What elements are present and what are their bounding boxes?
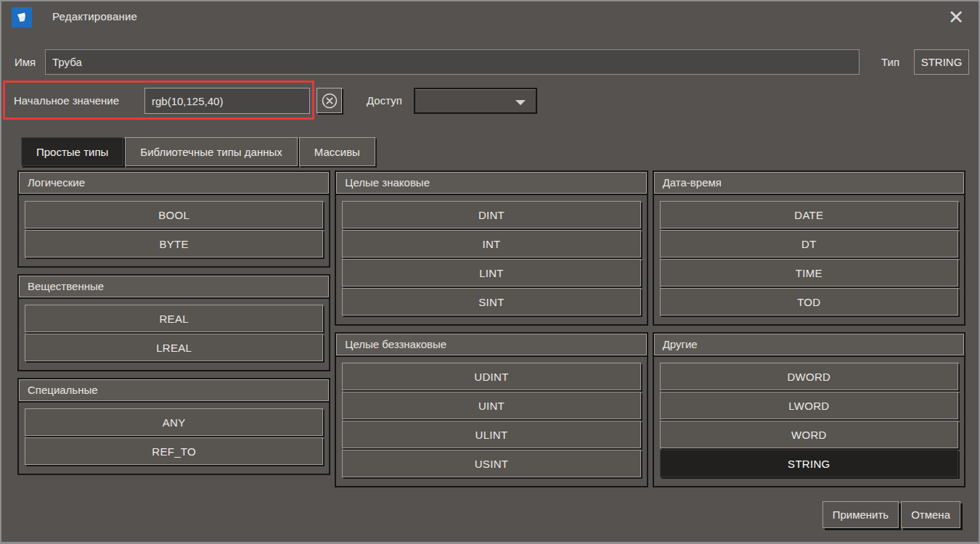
initial-value-label: Начальное значение (14, 88, 119, 114)
group-unsigned-int: Целые беззнаковыеUDINTUINTULINTUSINT (335, 332, 648, 487)
type-button-word[interactable]: WORD (660, 421, 958, 448)
type-button-tod[interactable]: TOD (660, 288, 958, 316)
group-body-real: REALLREAL (19, 297, 329, 370)
type-button-dint[interactable]: DINT (342, 201, 640, 228)
group-datetime: Дата-времяDATEDTTIMETOD (653, 170, 965, 326)
group-header-signed-int: Целые знаковые (336, 172, 646, 194)
initial-value-input[interactable]: rgb(10,125,40) (144, 88, 310, 114)
type-label: Тип (881, 49, 899, 75)
type-button-usint[interactable]: USINT (342, 450, 640, 477)
group-body-logical: BOOLBYTE (19, 194, 329, 266)
type-button-sint[interactable]: SINT (342, 288, 640, 316)
group-body-unsigned-int: UDINTUINTULINTUSINT (336, 355, 646, 486)
type-button-lint[interactable]: LINT (342, 259, 640, 287)
window-title: Редактирование (52, 10, 137, 22)
group-logical: ЛогическиеBOOLBYTE (17, 170, 330, 268)
group-header-special: Специальные (19, 379, 329, 401)
type-button-date[interactable]: DATE (660, 201, 958, 228)
type-button-lreal[interactable]: LREAL (25, 334, 323, 361)
clear-initial-value-button[interactable] (317, 88, 342, 113)
edit-dialog: Редактирование ✕ Имя Труба Тип STRING На… (0, 0, 980, 544)
dialog-footer: Применить Отмена (822, 501, 960, 528)
name-label: Имя (15, 49, 36, 75)
group-other: ДругиеDWORDLWORDWORDSTRING (653, 332, 965, 487)
type-button-ulint[interactable]: ULINT (342, 421, 640, 448)
type-value-box: STRING (914, 49, 969, 75)
app-logo-icon (12, 7, 32, 28)
type-button-udint[interactable]: UDINT (342, 363, 640, 390)
type-button-bool[interactable]: BOOL (25, 201, 323, 228)
type-button-lword[interactable]: LWORD (660, 392, 958, 419)
type-button-real[interactable]: REAL (25, 305, 323, 332)
type-button-dword[interactable]: DWORD (660, 363, 958, 390)
tab-arrays[interactable]: Массивы (299, 137, 375, 166)
group-header-logical: Логические (19, 172, 329, 194)
cancel-button[interactable]: Отмена (901, 501, 960, 528)
column-2: Целые знаковыеDINTINTLINTSINTЦелые беззн… (335, 170, 648, 487)
group-real: ВещественныеREALLREAL (17, 274, 330, 371)
group-body-special: ANYREF_TO (19, 401, 329, 474)
access-label: Доступ (367, 88, 402, 114)
type-button-string[interactable]: STRING (660, 450, 958, 477)
name-input[interactable]: Труба (45, 49, 859, 75)
group-body-datetime: DATEDTTIMETOD (654, 194, 964, 324)
column-1: ЛогическиеBOOLBYTEВещественныеREALLREALС… (17, 170, 330, 475)
group-body-signed-int: DINTINTLINTSINT (336, 194, 646, 324)
group-header-unsigned-int: Целые беззнаковые (336, 334, 646, 355)
group-signed-int: Целые знаковыеDINTINTLINTSINT (335, 170, 648, 326)
type-button-any[interactable]: ANY (25, 408, 323, 436)
group-special: СпециальныеANYREF_TO (17, 378, 330, 475)
type-button-byte[interactable]: BYTE (25, 230, 323, 257)
tab-simple-types[interactable]: Простые типы (21, 137, 123, 166)
access-dropdown[interactable] (414, 88, 537, 114)
type-button-dt[interactable]: DT (660, 230, 958, 257)
group-header-real: Вещественные (19, 276, 329, 297)
close-icon[interactable]: ✕ (941, 4, 971, 30)
type-button-time[interactable]: TIME (660, 259, 958, 287)
type-button-uint[interactable]: UINT (342, 392, 640, 419)
type-button-int[interactable]: INT (342, 230, 640, 257)
simple-types-panel: ЛогическиеBOOLBYTEВещественныеREALLREALС… (17, 170, 965, 487)
type-category-tabs: Простые типыБиблиотечные типы данныхМасс… (21, 137, 375, 166)
group-header-datetime: Дата-время (654, 172, 964, 194)
column-3: Дата-времяDATEDTTIMETODДругиеDWORDLWORDW… (653, 170, 965, 487)
chevron-down-icon (515, 100, 526, 105)
type-button-ref_to[interactable]: REF_TO (25, 437, 323, 465)
apply-button[interactable]: Применить (822, 501, 899, 528)
group-header-other: Другие (654, 334, 964, 355)
group-body-other: DWORDLWORDWORDSTRING (654, 355, 964, 486)
circled-x-icon (321, 92, 338, 110)
tab-library-types[interactable]: Библиотечные типы данных (125, 137, 297, 166)
